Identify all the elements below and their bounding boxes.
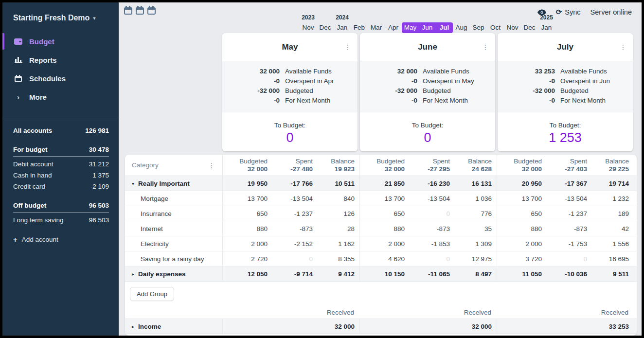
- spent-cell[interactable]: -11 065: [409, 270, 454, 278]
- month-button-may-2024-selected[interactable]: May: [402, 22, 419, 33]
- balance-cell[interactable]: 9 412: [317, 270, 360, 278]
- budgeted-cell[interactable]: 880: [360, 225, 409, 232]
- account-row-cash[interactable]: Cash in hand 1 375: [13, 170, 109, 181]
- budgeted-cell[interactable]: 880: [497, 225, 546, 232]
- spent-cell[interactable]: -9 714: [271, 270, 317, 278]
- spent-cell[interactable]: -10 036: [546, 270, 591, 278]
- balance-cell[interactable]: 28: [317, 225, 360, 232]
- spent-column-header[interactable]: Spent: [271, 158, 313, 165]
- category-row-insurrance[interactable]: Insurrance 650-1 237126 6500776 650-1 23…: [125, 206, 637, 221]
- month-menu-kebab-icon[interactable]: ⋮: [344, 44, 351, 51]
- budgeted-cell[interactable]: 880: [223, 225, 271, 232]
- spent-cell[interactable]: -1 237: [546, 210, 591, 217]
- spent-cell[interactable]: -1 853: [409, 240, 454, 248]
- to-budget-amount[interactable]: 0: [360, 130, 495, 145]
- budgeted-cell[interactable]: 2 720: [223, 255, 271, 263]
- month-button-mar-2024[interactable]: Mar: [368, 22, 385, 33]
- budgeted-cell[interactable]: 650: [497, 210, 546, 217]
- balance-cell[interactable]: 1 309: [454, 240, 497, 248]
- spent-cell[interactable]: 0: [271, 255, 317, 263]
- privacy-eye-icon[interactable]: [537, 9, 546, 16]
- all-accounts-row[interactable]: All accounts 126 981: [13, 125, 109, 136]
- server-status[interactable]: Server online: [590, 8, 632, 16]
- balance-cell[interactable]: 126: [317, 210, 360, 217]
- income-group-row[interactable]: ▸ Income 32 000 32 000 33 253: [125, 319, 637, 334]
- spent-cell[interactable]: -873: [409, 225, 454, 232]
- balance-cell[interactable]: 1 036: [454, 195, 497, 202]
- expand-triangle-icon[interactable]: ▸: [132, 271, 134, 277]
- budgeted-cell[interactable]: 650: [360, 210, 409, 217]
- sync-button[interactable]: ⟳ Sync: [556, 8, 581, 17]
- budgeted-cell[interactable]: 11 050: [497, 270, 546, 278]
- balance-column-header[interactable]: Balance: [454, 158, 492, 165]
- for-budget-header[interactable]: For budget 30 478: [13, 144, 109, 157]
- two-month-view-icon[interactable]: [136, 7, 144, 15]
- category-row-internet[interactable]: Internet 880-87328 880-87335 880-87342: [125, 221, 637, 236]
- budgeted-column-header[interactable]: Budgeted: [223, 158, 268, 165]
- month-button-apr-2024[interactable]: Apr: [385, 22, 402, 33]
- spent-cell[interactable]: -16 230: [409, 180, 454, 187]
- expand-triangle-icon[interactable]: ▸: [132, 324, 134, 329]
- balance-cell[interactable]: 1 556: [591, 240, 634, 248]
- collapse-triangle-icon[interactable]: ▾: [132, 181, 134, 186]
- category-menu-kebab-icon[interactable]: ⋮: [208, 162, 215, 169]
- budgeted-column-header[interactable]: Budgeted: [360, 158, 405, 165]
- month-button-sep-2024[interactable]: Sep: [470, 22, 487, 33]
- budgeted-cell[interactable]: 10 150: [360, 270, 409, 278]
- month-button-dec-2024[interactable]: Dec: [521, 22, 538, 33]
- budgeted-cell[interactable]: 21 850: [360, 180, 409, 187]
- balance-cell[interactable]: 42: [591, 225, 634, 232]
- budgeted-cell[interactable]: 2 000: [497, 240, 546, 248]
- add-group-button[interactable]: Add Group: [130, 287, 174, 301]
- spent-cell[interactable]: -1 237: [271, 210, 317, 217]
- spent-cell[interactable]: -1 753: [546, 240, 591, 248]
- received-amount[interactable]: 33 253: [591, 323, 634, 330]
- budgeted-cell[interactable]: 3 720: [497, 255, 546, 263]
- spent-cell[interactable]: -2 152: [271, 240, 317, 248]
- received-amount[interactable]: 32 000: [317, 323, 360, 330]
- budgeted-cell[interactable]: 20 950: [497, 180, 546, 187]
- balance-cell[interactable]: 8 497: [454, 270, 497, 278]
- month-button-jan-2025[interactable]: Jan: [538, 22, 555, 33]
- balance-cell[interactable]: 10 511: [317, 180, 360, 187]
- balance-cell[interactable]: 12 975: [454, 255, 497, 263]
- budgeted-cell[interactable]: 2 000: [360, 240, 409, 248]
- month-menu-kebab-icon[interactable]: ⋮: [620, 44, 626, 51]
- budgeted-cell[interactable]: 19 950: [223, 180, 271, 187]
- spent-cell[interactable]: -873: [546, 225, 591, 232]
- spent-cell[interactable]: 0: [409, 210, 454, 217]
- sidebar-item-schedules[interactable]: Schedules: [2, 69, 119, 88]
- spent-cell[interactable]: -13 504: [271, 195, 317, 202]
- spent-cell[interactable]: -17 766: [271, 180, 317, 187]
- to-budget-amount[interactable]: 0: [222, 130, 358, 145]
- balance-cell[interactable]: 19 714: [591, 180, 634, 187]
- three-month-view-icon[interactable]: [147, 7, 156, 15]
- month-menu-kebab-icon[interactable]: ⋮: [482, 44, 489, 51]
- spent-cell[interactable]: 0: [546, 255, 591, 263]
- spent-cell[interactable]: -873: [271, 225, 317, 232]
- sidebar-item-budget[interactable]: Budget: [2, 32, 119, 51]
- balance-column-header[interactable]: Balance: [591, 158, 629, 165]
- sidebar-item-more[interactable]: › More: [2, 88, 119, 106]
- budgeted-cell[interactable]: 13 700: [497, 195, 546, 202]
- balance-cell[interactable]: 35: [454, 225, 497, 232]
- spent-cell[interactable]: -17 367: [546, 180, 591, 187]
- month-button-feb-2024[interactable]: Feb: [351, 22, 368, 33]
- month-button-jun-2024-selected[interactable]: Jun: [419, 22, 436, 33]
- balance-cell[interactable]: 8 355: [317, 255, 360, 263]
- budgeted-cell[interactable]: 12 050: [223, 270, 271, 278]
- budgeted-cell[interactable]: 4 620: [360, 255, 409, 263]
- budgeted-cell[interactable]: 13 700: [223, 195, 271, 202]
- sidebar-item-reports[interactable]: Reports: [2, 51, 119, 69]
- balance-cell[interactable]: 9 511: [591, 270, 634, 278]
- balance-cell[interactable]: 840: [317, 195, 360, 202]
- budgeted-cell[interactable]: 13 700: [360, 195, 409, 202]
- month-button-oct-2024[interactable]: Oct: [487, 22, 504, 33]
- budgeted-column-header[interactable]: Budgeted: [497, 158, 542, 165]
- spent-column-header[interactable]: Spent: [546, 158, 587, 165]
- one-month-view-icon[interactable]: [124, 7, 132, 15]
- balance-column-header[interactable]: Balance: [317, 158, 355, 165]
- account-row-credit-card[interactable]: Credit card -2 109: [13, 181, 109, 192]
- balance-cell[interactable]: 776: [454, 210, 497, 217]
- to-budget-amount[interactable]: 1 253: [498, 130, 633, 145]
